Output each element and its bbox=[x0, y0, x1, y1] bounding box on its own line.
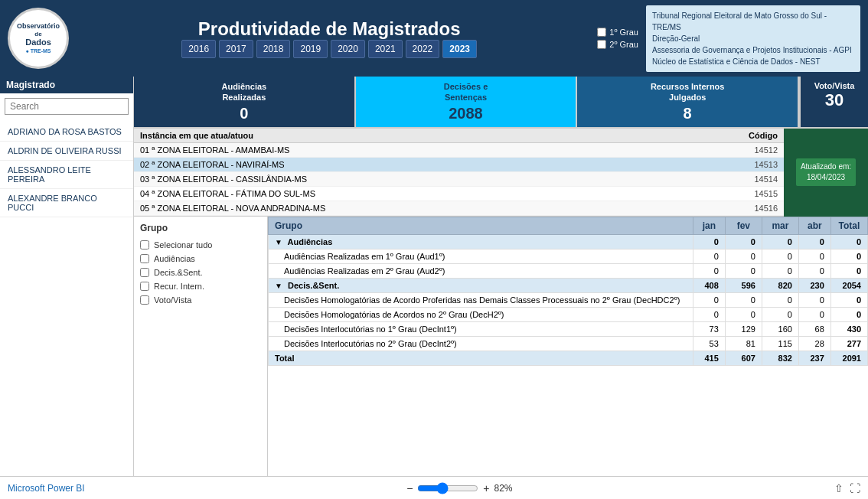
decint2-mar: 115 bbox=[762, 336, 798, 351]
update-badge-container: Atualizado em: 18/04/2023 bbox=[784, 129, 868, 217]
table-row: Audiências Realizadas em 1º Grau (Aud1º)… bbox=[269, 249, 868, 263]
org-line1: Tribunal Regional Eleitoral de Mato Gros… bbox=[652, 10, 854, 33]
filter-decis-label: Decis.&Sent. bbox=[154, 268, 203, 277]
instance-row[interactable]: 05 ª ZONA ELEITORAL - NOVA ANDRADINA-MS … bbox=[134, 201, 784, 216]
filter-selecionar-tudo[interactable]: Selecionar tudo bbox=[140, 238, 261, 252]
dechdc2-jan: 0 bbox=[693, 292, 725, 307]
audiencias-total: 0 bbox=[830, 234, 867, 249]
grade-1-label: 1º Grau bbox=[609, 28, 638, 37]
search-input[interactable] bbox=[5, 98, 129, 115]
dechdc2-name: Decisões Homologatórias de Acordo Profer… bbox=[269, 292, 693, 307]
year-2021[interactable]: 2021 bbox=[368, 40, 403, 58]
stats-row: AudiênciasRealizadas 0 Decisões eSentenç… bbox=[134, 77, 868, 129]
total-mar: 832 bbox=[762, 351, 798, 365]
right-panel: AudiênciasRealizadas 0 Decisões eSentenç… bbox=[134, 77, 868, 476]
col-abr: abr bbox=[798, 217, 830, 234]
aud1-jan: 0 bbox=[693, 249, 725, 263]
fullscreen-icon[interactable]: ⛶ bbox=[850, 482, 860, 494]
col-jan: jan bbox=[693, 217, 725, 234]
footer-icons: ⇧ ⛶ bbox=[834, 482, 860, 494]
total-jan: 415 bbox=[693, 351, 725, 365]
instance-table: Instância em que atua/atuou Código 01 ª … bbox=[134, 129, 784, 217]
voto-stat: Voto/Vista 30 bbox=[799, 77, 868, 127]
header: Observatório de Dados ● TRE-MS Produtivi… bbox=[0, 0, 868, 77]
zoom-in-button[interactable]: + bbox=[483, 482, 489, 494]
filter-recur[interactable]: Recur. Intern. bbox=[140, 279, 261, 293]
voto-value: 30 bbox=[805, 90, 863, 110]
dechdc2-total: 0 bbox=[830, 292, 867, 307]
filter-audiencias[interactable]: Audiências bbox=[140, 252, 261, 266]
year-2016[interactable]: 2016 bbox=[181, 40, 216, 58]
year-2020[interactable]: 2020 bbox=[331, 40, 365, 58]
audiencias-fev: 0 bbox=[725, 234, 762, 249]
decint2-total: 277 bbox=[830, 336, 867, 351]
grade-2-checkbox[interactable] bbox=[597, 40, 606, 49]
decis-abr: 230 bbox=[798, 278, 830, 292]
year-2019[interactable]: 2019 bbox=[293, 40, 328, 58]
magistrado-panel: Magistrado ADRIANO DA ROSA BASTOS ALDRIN… bbox=[0, 77, 134, 476]
magistrado-item[interactable]: ALDRIN DE OLIVEIRA RUSSI bbox=[0, 142, 133, 161]
group-audiencias-header[interactable]: ▼ Audiências 0 0 0 0 0 bbox=[269, 234, 868, 249]
instance-row[interactable]: 03 ª ZONA ELEITORAL - CASSILÂNDIA-MS 145… bbox=[134, 172, 784, 187]
decis-jan: 408 bbox=[693, 278, 725, 292]
decisoes-stat: Decisões eSentenças 2088 bbox=[356, 77, 578, 127]
powerbi-link[interactable]: Microsoft Power BI bbox=[8, 483, 85, 494]
instance-row[interactable]: 01 ª ZONA ELEITORAL - AMAMBAI-MS 14512 bbox=[134, 143, 784, 158]
collapse-audiencias-btn[interactable]: ▼ bbox=[275, 238, 282, 246]
filter-audiencias-checkbox[interactable] bbox=[140, 254, 149, 263]
instance-name: 04 ª ZONA ELEITORAL - FÁTIMA DO SUL-MS bbox=[140, 189, 732, 198]
instance-code: 14512 bbox=[732, 145, 778, 155]
group-decis-name: ▼ Decis.&Sent. bbox=[269, 278, 693, 292]
footer: Microsoft Power BI − + 82% ⇧ ⛶ bbox=[0, 476, 868, 499]
decint2-name: Decisões Interlocutórias no 2º Grau (Dec… bbox=[269, 336, 693, 351]
filter-decis-checkbox[interactable] bbox=[140, 268, 149, 277]
decint1-jan: 73 bbox=[693, 321, 725, 336]
filter-decis-sent[interactable]: Decis.&Sent. bbox=[140, 266, 261, 279]
decisoes-label: Decisões eSentenças bbox=[361, 81, 572, 103]
group-decis-header[interactable]: ▼ Decis.&Sent. 408 596 820 230 2054 bbox=[269, 278, 868, 292]
decint2-abr: 28 bbox=[798, 336, 830, 351]
filter-voto[interactable]: Voto/Vista bbox=[140, 293, 261, 307]
dech2-jan: 0 bbox=[693, 307, 725, 321]
logo-line1: Observatório bbox=[17, 22, 60, 31]
collapse-decis-btn[interactable]: ▼ bbox=[275, 282, 282, 290]
magistrado-item[interactable]: ALESSANDRO LEITE PEREIRA bbox=[0, 161, 133, 189]
instance-name: 05 ª ZONA ELEITORAL - NOVA ANDRADINA-MS bbox=[140, 204, 732, 213]
filter-voto-checkbox[interactable] bbox=[140, 295, 149, 305]
col-mar: mar bbox=[762, 217, 798, 234]
total-total: 2091 bbox=[830, 351, 867, 365]
org-line4: Núcleo de Estatística e Ciência de Dados… bbox=[652, 56, 854, 67]
grade-filters: 1º Grau 2º Grau bbox=[597, 28, 638, 49]
grade-1-filter[interactable]: 1º Grau bbox=[597, 28, 638, 37]
year-2018[interactable]: 2018 bbox=[256, 40, 291, 58]
aud1-abr: 0 bbox=[798, 249, 830, 263]
data-table: Grupo jan fev mar abr Total bbox=[268, 217, 868, 366]
magistrado-item[interactable]: ALEXANDRE BRANCO PUCCI bbox=[0, 189, 133, 217]
org-line3: Assessoria de Governança e Projetos Inst… bbox=[652, 44, 854, 56]
filter-recur-checkbox[interactable] bbox=[140, 282, 149, 291]
zoom-out-button[interactable]: − bbox=[406, 482, 413, 494]
year-2023[interactable]: 2023 bbox=[442, 40, 477, 58]
instance-row[interactable]: 04 ª ZONA ELEITORAL - FÁTIMA DO SUL-MS 1… bbox=[134, 187, 784, 201]
decint1-total: 430 bbox=[830, 321, 867, 336]
year-2017[interactable]: 2017 bbox=[219, 40, 253, 58]
dechdc2-abr: 0 bbox=[798, 292, 830, 307]
share-icon[interactable]: ⇧ bbox=[834, 482, 844, 494]
recursos-value: 8 bbox=[582, 105, 793, 122]
dechdc2-mar: 0 bbox=[762, 292, 798, 307]
audiencias-mar: 0 bbox=[762, 234, 798, 249]
filter-selecionar-checkbox[interactable] bbox=[140, 240, 149, 250]
magistrado-item[interactable]: ADRIANO DA ROSA BASTOS bbox=[0, 122, 133, 142]
decint1-mar: 160 bbox=[762, 321, 798, 336]
instance-row[interactable]: 02 ª ZONA ELEITORAL - NAVIRAÍ-MS 14513 bbox=[134, 158, 784, 172]
instance-code: 14515 bbox=[732, 189, 778, 198]
instance-name: 03 ª ZONA ELEITORAL - CASSILÂNDIA-MS bbox=[140, 174, 732, 184]
aud1-mar: 0 bbox=[762, 249, 798, 263]
year-2022[interactable]: 2022 bbox=[406, 40, 440, 58]
total-label: Total bbox=[269, 351, 693, 365]
grade-2-filter[interactable]: 2º Grau bbox=[597, 40, 638, 49]
filter-selecionar-label: Selecionar tudo bbox=[154, 240, 212, 250]
org-line2: Direção-Geral bbox=[652, 33, 854, 44]
grade-1-checkbox[interactable] bbox=[597, 28, 606, 37]
zoom-slider[interactable] bbox=[417, 482, 478, 494]
